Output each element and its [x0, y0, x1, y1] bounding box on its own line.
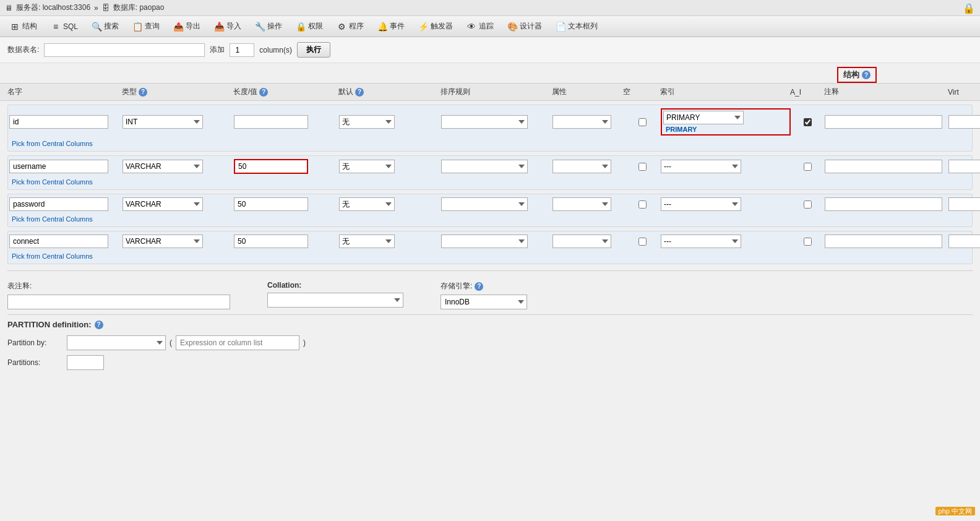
query-icon: 📋	[132, 22, 142, 32]
toolbar-query[interactable]: 📋 查询	[126, 19, 166, 34]
paren-open: (	[170, 338, 172, 347]
field-comment-input-password[interactable]	[825, 197, 942, 211]
import-icon: 📥	[214, 22, 224, 32]
collation-select[interactable]: utf8_general_ci utf8mb4_general_ci	[267, 293, 403, 308]
field-virtual-input-username[interactable]	[948, 160, 980, 173]
field-collation-select-username[interactable]: utf8_general_ci	[441, 160, 528, 173]
partition-title: PARTITION definition: ?	[7, 320, 973, 329]
field-null-checkbox-username[interactable]	[638, 163, 647, 171]
field-attrs-select-username[interactable]: UNSIGNED	[552, 160, 611, 173]
default-info-icon: ?	[355, 88, 364, 97]
pick-central-columns-connect[interactable]: Pick from Central Columns	[8, 251, 972, 264]
field-attrs-select-password[interactable]: UNSIGNED	[552, 197, 611, 211]
toolbar-structure[interactable]: ⊞ 结构	[4, 19, 43, 34]
header-type: 类型 ?	[122, 87, 233, 97]
designer-icon: 🎨	[507, 22, 517, 32]
field-collation-select-password[interactable]: utf8_general_ci	[441, 197, 528, 211]
field-ai-checkbox-password[interactable]	[804, 200, 812, 209]
pick-central-columns-id[interactable]: Pick from Central Columns	[8, 139, 972, 151]
toolbar-import[interactable]: 📥 导入	[208, 19, 247, 34]
add-count-input[interactable]	[230, 43, 254, 57]
field-attrs-select-id[interactable]: UNSIGNED	[552, 115, 611, 129]
field-null-checkbox-connect[interactable]	[638, 238, 647, 246]
field-collation-select-connect[interactable]: utf8_general_ci	[441, 235, 528, 248]
field-collation-cell: utf8_general_ci	[441, 160, 552, 173]
field-type-select-connect[interactable]: VARCHAR INT TEXT	[123, 235, 203, 248]
header-index: 索引	[660, 87, 790, 97]
field-name-input-password[interactable]	[9, 197, 108, 211]
execute-button[interactable]: 执行	[297, 42, 330, 58]
field-ai-checkbox-connect[interactable]	[804, 238, 812, 246]
partition-by-label: Partition by:	[7, 338, 63, 347]
field-name-input-id[interactable]	[9, 115, 108, 129]
field-ai-checkbox-id[interactable]	[804, 118, 812, 126]
partition-expr-input[interactable]	[176, 335, 299, 350]
field-index-cell: --- PRIMARY UNIQUE INDEX	[661, 160, 791, 173]
field-name-input-connect[interactable]	[9, 235, 108, 248]
field-collation-select-id[interactable]: utf8_general_ci	[441, 115, 528, 129]
field-index-select-id[interactable]: PRIMARY --- UNIQUE INDEX	[663, 111, 744, 124]
toolbar-events[interactable]: 🔔 事件	[371, 19, 411, 34]
pick-central-columns-username[interactable]: Pick from Central Columns	[8, 177, 972, 189]
toolbar-textbox[interactable]: 📄 文本框列	[549, 19, 604, 34]
field-type-select-id[interactable]: INT VARCHAR TEXT BIGINT	[123, 115, 203, 129]
toolbar-triggers[interactable]: ⚡ 触发器	[412, 19, 459, 34]
search-icon: 🔍	[92, 22, 101, 32]
watermark: php 中文网	[935, 507, 975, 516]
field-index-cell: --- PRIMARY UNIQUE INDEX	[661, 235, 791, 248]
table-comment-input[interactable]	[7, 295, 230, 309]
toolbar-programs[interactable]: ⚙ 程序	[330, 19, 370, 34]
partition-by-select[interactable]: HASH KEY RANGE LIST	[67, 335, 166, 350]
field-type-select-username[interactable]: VARCHAR INT TEXT	[123, 160, 203, 173]
field-virtual-input-id[interactable]	[948, 115, 980, 129]
ops-icon: 🔧	[255, 22, 265, 32]
engine-select[interactable]: InnoDB MyISAM MEMORY CSV ARCHIVE	[441, 295, 527, 309]
field-index-select-password[interactable]: --- PRIMARY UNIQUE INDEX	[661, 197, 741, 211]
field-comment-input-id[interactable]	[825, 115, 942, 129]
field-attrs-cell: UNSIGNED	[552, 235, 624, 248]
toolbar-sql[interactable]: ≡ SQL	[45, 19, 84, 34]
toolbar-ops[interactable]: 🔧 操作	[249, 19, 288, 34]
field-index-select-connect[interactable]: --- PRIMARY UNIQUE INDEX	[661, 235, 741, 248]
db-icon: 🗄	[102, 4, 110, 12]
field-type-cell: VARCHAR INT TEXT	[123, 160, 234, 173]
field-type-cell: INT VARCHAR TEXT BIGINT	[123, 115, 234, 129]
field-length-input-id[interactable]	[234, 115, 308, 129]
field-default-select-connect[interactable]: 无 NULL	[339, 235, 395, 248]
engine-group: 存储引擎: ? InnoDB MyISAM MEMORY CSV ARCHIVE	[441, 281, 527, 309]
field-length-input-password[interactable]	[234, 197, 308, 211]
table-name-input[interactable]	[44, 43, 205, 57]
header-null: 空	[623, 87, 660, 97]
table-body: INT VARCHAR TEXT BIGINT 无 NULL CURRENT_T…	[0, 105, 980, 264]
field-null-checkbox-id[interactable]	[638, 118, 647, 126]
pick-central-columns-password[interactable]: Pick from Central Columns	[8, 214, 972, 226]
header-ai: A_I	[790, 88, 824, 97]
paren-close: )	[303, 338, 306, 347]
field-index-select-username[interactable]: --- PRIMARY UNIQUE INDEX	[661, 160, 741, 173]
toolbar-search[interactable]: 🔍 搜索	[85, 19, 125, 34]
toolbar-perms[interactable]: 🔒 权限	[290, 19, 329, 34]
field-attrs-select-connect[interactable]: UNSIGNED	[552, 235, 611, 248]
field-comment-input-username[interactable]	[825, 160, 942, 173]
partitions-input[interactable]	[67, 355, 104, 370]
field-null-checkbox-password[interactable]	[638, 200, 647, 209]
field-name-input-username[interactable]	[9, 160, 108, 173]
top-form: 数据表名: 添加 column(s) 执行	[0, 37, 980, 63]
field-virtual-input-connect[interactable]	[948, 235, 980, 248]
field-length-input-connect[interactable]	[234, 235, 308, 248]
field-default-select-id[interactable]: 无 NULL CURRENT_TIMESTAMP	[339, 115, 395, 129]
field-type-select-password[interactable]: VARCHAR INT TEXT	[123, 197, 203, 211]
field-default-select-password[interactable]: 无 NULL	[339, 197, 395, 211]
trace-icon: 👁	[466, 22, 476, 32]
field-comment-input-connect[interactable]	[825, 235, 942, 248]
field-virtual-input-password[interactable]	[948, 197, 980, 211]
field-length-input-username[interactable]	[234, 159, 308, 174]
toolbar: ⊞ 结构 ≡ SQL 🔍 搜索 📋 查询 📤 导出 📥 导入 🔧 操作 🔒 权限…	[0, 16, 980, 37]
field-ai-checkbox-username[interactable]	[804, 163, 812, 171]
field-default-select-username[interactable]: 无 NULL	[339, 160, 395, 173]
toolbar-export[interactable]: 📤 导出	[167, 19, 207, 34]
toolbar-trace[interactable]: 👁 追踪	[460, 19, 500, 34]
sql-icon: ≡	[51, 22, 61, 32]
toolbar-designer[interactable]: 🎨 设计器	[501, 19, 548, 34]
field-ai-cell	[791, 118, 825, 126]
